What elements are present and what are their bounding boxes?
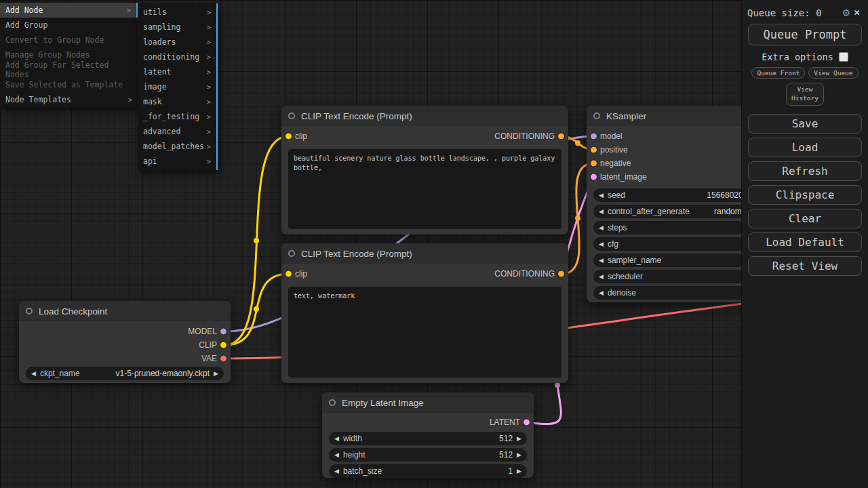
menu-item-label: mask bbox=[143, 97, 162, 106]
wire-midpoint-dot bbox=[254, 306, 259, 312]
input-slot-negative[interactable] bbox=[590, 160, 597, 167]
widget-batch-size[interactable]: ◀ batch_size 1 ▶ bbox=[329, 464, 527, 478]
output-slot-vae[interactable] bbox=[220, 355, 227, 363]
widget-denoise[interactable]: ◀ denoise ▶ bbox=[593, 286, 766, 300]
widget-cfg[interactable]: ◀ cfg ▶ bbox=[593, 237, 766, 251]
reset-view-button[interactable]: Reset View bbox=[748, 256, 862, 276]
output-slot-model[interactable] bbox=[220, 328, 227, 336]
comfy-menu-panel: Queue size: 0 ⚙ ✕ Queue Prompt Extra opt… bbox=[741, 0, 868, 488]
widget-steps[interactable]: ◀ steps ▶ bbox=[593, 221, 766, 235]
widget-ckpt-name[interactable]: ◀ ckpt_name v1-5-pruned-emaonly.ckpt ▶ bbox=[26, 367, 224, 380]
save-button[interactable]: Save bbox=[748, 114, 862, 134]
node-title-bar[interactable]: Empty Latent Image bbox=[322, 392, 534, 413]
increment-arrow-icon[interactable]: ▶ bbox=[517, 451, 521, 458]
submenu-item-advanced[interactable]: advanced > bbox=[138, 124, 216, 139]
submenu-item-latent[interactable]: latent > bbox=[138, 64, 216, 79]
decrement-arrow-icon[interactable]: ◀ bbox=[599, 273, 604, 280]
clear-button[interactable]: Clear bbox=[748, 209, 862, 228]
decrement-arrow-icon[interactable]: ◀ bbox=[599, 224, 604, 231]
close-icon[interactable]: ✕ bbox=[854, 7, 860, 18]
node-title-bar[interactable]: CLIP Text Encode (Prompt) bbox=[281, 106, 568, 126]
node-empty-latent-image[interactable]: Empty Latent Image LATENT ◀ width 512 ▶ … bbox=[322, 392, 534, 478]
queue-front-button[interactable]: Queue Front bbox=[751, 67, 805, 79]
menu-item-add-group[interactable]: Add Group bbox=[0, 18, 138, 33]
decrement-arrow-icon[interactable]: ◀ bbox=[599, 241, 604, 247]
prompt-textarea[interactable]: beautiful scenery nature glass bottle la… bbox=[288, 149, 561, 229]
input-slot-positive[interactable] bbox=[590, 146, 597, 154]
view-queue-button[interactable]: View Queue bbox=[808, 67, 858, 79]
decrement-arrow-icon[interactable]: ◀ bbox=[599, 257, 604, 264]
submenu-item-loaders[interactable]: loaders > bbox=[138, 35, 216, 49]
refresh-button[interactable]: Refresh bbox=[748, 161, 862, 181]
node-title-bar[interactable]: CLIP Text Encode (Prompt) bbox=[281, 243, 568, 264]
widget-height[interactable]: ◀ height 512 ▶ bbox=[329, 448, 527, 462]
increment-arrow-icon[interactable]: ▶ bbox=[517, 468, 521, 474]
settings-gear-icon[interactable]: ⚙ bbox=[843, 7, 850, 18]
output-slot-latent[interactable] bbox=[523, 419, 530, 426]
next-option-arrow-icon[interactable]: ▶ bbox=[214, 370, 218, 377]
input-label: clip bbox=[295, 131, 307, 141]
decrement-arrow-icon[interactable]: ◀ bbox=[599, 192, 604, 199]
widget-label: steps bbox=[608, 223, 627, 232]
load-default-button[interactable]: Load Default bbox=[748, 232, 862, 252]
submenu-item-api[interactable]: api > bbox=[138, 154, 216, 169]
node-clip-text-encode-positive[interactable]: CLIP Text Encode (Prompt) clip CONDITION… bbox=[281, 106, 568, 235]
widget-scheduler[interactable]: ◀ scheduler ▶ bbox=[593, 270, 766, 283]
collapse-dot[interactable] bbox=[288, 250, 295, 257]
output-label: CONDITIONING bbox=[494, 131, 555, 141]
widget-seed[interactable]: ◀ seed 1566802081 ▶ bbox=[593, 188, 766, 202]
menu-item-label: model_patches bbox=[143, 142, 204, 151]
node-title: KSampler bbox=[606, 111, 646, 121]
submenu-item-conditioning[interactable]: conditioning > bbox=[138, 49, 216, 64]
node-load-checkpoint[interactable]: Load Checkpoint MODEL CLIP VAE ◀ ckpt_na… bbox=[19, 301, 231, 383]
widget-width[interactable]: ◀ width 512 ▶ bbox=[329, 432, 527, 445]
decrement-arrow-icon[interactable]: ◀ bbox=[599, 289, 604, 296]
menu-item-label: conditioning bbox=[143, 52, 199, 62]
extra-options-label: Extra options bbox=[762, 52, 833, 62]
prev-option-arrow-icon[interactable]: ◀ bbox=[31, 370, 36, 377]
decrement-arrow-icon[interactable]: ◀ bbox=[334, 435, 339, 442]
collapse-dot[interactable] bbox=[26, 308, 33, 314]
decrement-arrow-icon[interactable]: ◀ bbox=[334, 468, 339, 474]
view-history-button[interactable]: View History bbox=[786, 83, 824, 106]
input-slot-clip[interactable] bbox=[285, 133, 292, 140]
load-button[interactable]: Load bbox=[748, 138, 862, 157]
increment-arrow-icon[interactable]: ▶ bbox=[517, 435, 521, 442]
submenu-arrow-icon: > bbox=[207, 158, 211, 165]
collapse-dot[interactable] bbox=[288, 113, 295, 119]
submenu-item-for-testing[interactable]: _for_testing > bbox=[138, 109, 216, 124]
input-slot-model[interactable] bbox=[590, 133, 597, 140]
slot-row: CLIP bbox=[19, 338, 231, 352]
submenu-arrow-icon: > bbox=[207, 143, 211, 150]
queue-prompt-button[interactable]: Queue Prompt bbox=[748, 24, 862, 45]
menu-item-label: api bbox=[143, 157, 157, 166]
submenu-arrow-icon: > bbox=[207, 24, 211, 31]
submenu-arrow-icon: > bbox=[207, 9, 211, 16]
submenu-arrow-icon: > bbox=[207, 113, 211, 121]
output-slot-clip[interactable] bbox=[220, 342, 227, 349]
decrement-arrow-icon[interactable]: ◀ bbox=[599, 208, 604, 215]
clipspace-button[interactable]: Clipspace bbox=[748, 185, 862, 205]
extra-options-checkbox[interactable] bbox=[839, 52, 848, 62]
submenu-item-model-patches[interactable]: model_patches > bbox=[138, 139, 216, 154]
submenu-arrow-icon: > bbox=[128, 96, 132, 104]
menu-item-add-node[interactable]: Add Node > bbox=[0, 3, 138, 18]
input-slot-clip[interactable] bbox=[285, 270, 292, 278]
decrement-arrow-icon[interactable]: ◀ bbox=[334, 451, 339, 458]
node-title-bar[interactable]: Load Checkpoint bbox=[19, 301, 231, 321]
submenu-item-image[interactable]: image > bbox=[138, 79, 216, 94]
collapse-dot[interactable] bbox=[329, 399, 336, 406]
input-slot-latent-image[interactable] bbox=[590, 174, 597, 181]
output-slot-conditioning[interactable] bbox=[557, 270, 565, 278]
node-clip-text-encode-negative[interactable]: CLIP Text Encode (Prompt) clip CONDITION… bbox=[281, 243, 568, 383]
menu-item-save-selected-as-template: Save Selected as Template bbox=[0, 77, 138, 92]
output-slot-conditioning[interactable] bbox=[557, 133, 565, 140]
widget-sampler-name[interactable]: ◀ sampler_name ▶ bbox=[593, 253, 766, 267]
submenu-item-mask[interactable]: mask > bbox=[138, 94, 216, 109]
submenu-item-utils[interactable]: utils > bbox=[138, 5, 216, 20]
submenu-item-sampling[interactable]: sampling > bbox=[138, 20, 216, 35]
menu-item-node-templates[interactable]: Node Templates > bbox=[0, 92, 138, 107]
widget-control-after-generate[interactable]: ◀ control_after_generate randomize ▶ bbox=[593, 205, 766, 218]
collapse-dot[interactable] bbox=[593, 113, 600, 119]
prompt-textarea[interactable]: text, watermark bbox=[288, 287, 561, 378]
